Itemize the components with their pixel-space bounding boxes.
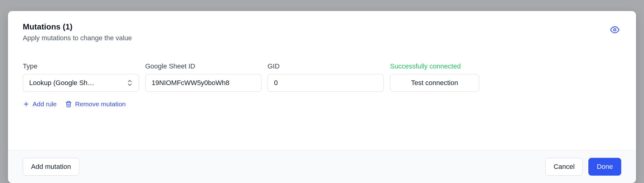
gid-input[interactable] bbox=[268, 74, 384, 92]
done-button[interactable]: Done bbox=[588, 158, 621, 176]
mutations-modal: Mutations (1) Apply mutations to change … bbox=[8, 11, 636, 183]
header-text: Mutations (1) Apply mutations to change … bbox=[23, 22, 132, 42]
type-select[interactable]: Lookup (Google Sh… bbox=[23, 74, 139, 92]
add-rule-button[interactable]: Add rule bbox=[23, 100, 57, 108]
modal-footer: Add mutation Cancel Done bbox=[8, 150, 636, 183]
trash-icon bbox=[65, 101, 72, 107]
type-select-value: Lookup (Google Sh… bbox=[29, 79, 124, 87]
field-sheet-id: Google Sheet ID bbox=[145, 62, 261, 92]
field-type: Type Lookup (Google Sh… bbox=[23, 62, 139, 92]
add-mutation-button[interactable]: Add mutation bbox=[23, 158, 79, 176]
remove-mutation-button[interactable]: Remove mutation bbox=[65, 100, 126, 108]
form-row: Type Lookup (Google Sh… Google Sheet ID … bbox=[8, 45, 636, 99]
svg-point-0 bbox=[614, 29, 616, 31]
modal-title: Mutations (1) bbox=[23, 22, 132, 32]
sheet-id-input[interactable] bbox=[145, 74, 261, 92]
gid-label: GID bbox=[268, 62, 384, 70]
cancel-button[interactable]: Cancel bbox=[545, 158, 583, 176]
plus-icon bbox=[23, 101, 30, 107]
test-connection-button[interactable]: Test connection bbox=[390, 74, 479, 92]
preview-toggle[interactable] bbox=[610, 22, 621, 36]
mutation-actions-row: Add rule Remove mutation bbox=[8, 99, 636, 117]
sheet-id-label: Google Sheet ID bbox=[145, 62, 261, 70]
connection-status: Successfully connected bbox=[390, 62, 479, 70]
footer-right: Cancel Done bbox=[545, 158, 621, 176]
field-test-connection: Successfully connected Test connection bbox=[390, 62, 479, 92]
type-label: Type bbox=[23, 62, 139, 70]
remove-mutation-label: Remove mutation bbox=[75, 100, 126, 108]
modal-subtitle: Apply mutations to change the value bbox=[23, 34, 132, 42]
modal-header: Mutations (1) Apply mutations to change … bbox=[8, 11, 636, 45]
eye-icon bbox=[610, 25, 619, 34]
select-stepper-icon bbox=[127, 79, 133, 87]
add-rule-label: Add rule bbox=[33, 100, 57, 108]
field-gid: GID bbox=[268, 62, 384, 92]
